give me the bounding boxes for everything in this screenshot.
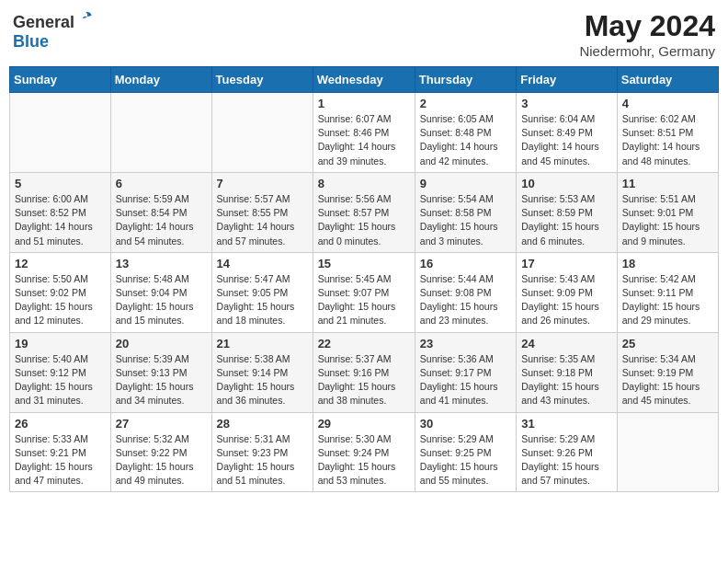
calendar-cell: 10Sunrise: 5:53 AMSunset: 8:59 PMDayligh… <box>517 172 618 252</box>
day-number: 18 <box>622 257 713 270</box>
day-number: 3 <box>521 97 612 110</box>
day-number: 10 <box>521 177 612 190</box>
day-number: 29 <box>318 417 410 431</box>
day-number: 23 <box>420 337 511 350</box>
day-number: 7 <box>217 177 308 190</box>
calendar-week-row: 19Sunrise: 5:40 AMSunset: 9:12 PMDayligh… <box>10 332 719 412</box>
day-content: Sunrise: 5:40 AMSunset: 9:12 PMDaylight:… <box>15 352 106 408</box>
calendar-cell <box>617 412 718 492</box>
day-number: 12 <box>15 257 106 270</box>
day-of-week-header: Sunday <box>10 67 111 93</box>
calendar-cell: 27Sunrise: 5:32 AMSunset: 9:22 PMDayligh… <box>110 412 211 492</box>
day-number: 31 <box>521 417 612 431</box>
day-content: Sunrise: 5:29 AMSunset: 9:26 PMDaylight:… <box>521 432 612 488</box>
day-number: 28 <box>217 417 308 431</box>
day-content: Sunrise: 6:07 AMSunset: 8:46 PMDaylight:… <box>318 112 410 168</box>
day-number: 4 <box>622 97 713 110</box>
day-number: 24 <box>521 337 612 350</box>
calendar-cell: 8Sunrise: 5:56 AMSunset: 8:57 PMDaylight… <box>313 172 415 252</box>
calendar-cell: 5Sunrise: 6:00 AMSunset: 8:52 PMDaylight… <box>10 172 111 252</box>
day-number: 15 <box>318 257 410 270</box>
day-number: 8 <box>318 177 410 190</box>
day-content: Sunrise: 5:53 AMSunset: 8:59 PMDaylight:… <box>521 192 612 248</box>
calendar-cell: 31Sunrise: 5:29 AMSunset: 9:26 PMDayligh… <box>517 412 618 492</box>
calendar-cell: 30Sunrise: 5:29 AMSunset: 9:25 PMDayligh… <box>415 412 516 492</box>
calendar-cell: 16Sunrise: 5:44 AMSunset: 9:08 PMDayligh… <box>415 252 516 332</box>
calendar-cell: 2Sunrise: 6:05 AMSunset: 8:48 PMDaylight… <box>415 93 516 173</box>
day-content: Sunrise: 5:57 AMSunset: 8:55 PMDaylight:… <box>217 192 308 248</box>
day-number: 16 <box>420 257 511 270</box>
day-content: Sunrise: 5:43 AMSunset: 9:09 PMDaylight:… <box>521 272 612 328</box>
calendar-cell: 17Sunrise: 5:43 AMSunset: 9:09 PMDayligh… <box>517 252 618 332</box>
day-of-week-header: Friday <box>517 67 618 93</box>
day-number: 6 <box>116 177 207 190</box>
day-content: Sunrise: 6:04 AMSunset: 8:49 PMDaylight:… <box>521 112 612 168</box>
calendar-cell: 23Sunrise: 5:36 AMSunset: 9:17 PMDayligh… <box>415 332 516 412</box>
day-content: Sunrise: 5:31 AMSunset: 9:23 PMDaylight:… <box>217 432 308 488</box>
day-number: 2 <box>420 97 511 110</box>
day-number: 20 <box>116 337 207 350</box>
day-number: 1 <box>318 97 410 110</box>
calendar-cell: 25Sunrise: 5:34 AMSunset: 9:19 PMDayligh… <box>617 332 718 412</box>
calendar-header-row: SundayMondayTuesdayWednesdayThursdayFrid… <box>10 67 719 93</box>
day-content: Sunrise: 5:54 AMSunset: 8:58 PMDaylight:… <box>420 192 511 248</box>
day-content: Sunrise: 5:56 AMSunset: 8:57 PMDaylight:… <box>318 192 410 248</box>
day-number: 21 <box>217 337 308 350</box>
calendar-cell: 11Sunrise: 5:51 AMSunset: 9:01 PMDayligh… <box>617 172 718 252</box>
day-content: Sunrise: 5:33 AMSunset: 9:21 PMDaylight:… <box>15 432 106 488</box>
day-content: Sunrise: 5:48 AMSunset: 9:04 PMDaylight:… <box>116 272 207 328</box>
day-content: Sunrise: 5:37 AMSunset: 9:16 PMDaylight:… <box>318 352 410 408</box>
day-number: 9 <box>420 177 511 190</box>
day-number: 25 <box>622 337 713 350</box>
calendar-cell <box>110 93 211 173</box>
calendar-cell: 20Sunrise: 5:39 AMSunset: 9:13 PMDayligh… <box>110 332 211 412</box>
day-number: 11 <box>622 177 713 190</box>
day-of-week-header: Monday <box>110 67 211 93</box>
day-content: Sunrise: 5:51 AMSunset: 9:01 PMDaylight:… <box>622 192 713 248</box>
calendar-cell: 29Sunrise: 5:30 AMSunset: 9:24 PMDayligh… <box>313 412 415 492</box>
page-header: General Blue May 2024 Niedermohr, German… <box>9 9 719 59</box>
day-content: Sunrise: 5:38 AMSunset: 9:14 PMDaylight:… <box>217 352 308 408</box>
calendar-cell: 3Sunrise: 6:04 AMSunset: 8:49 PMDaylight… <box>517 93 618 173</box>
logo-blue-text: Blue <box>13 32 49 52</box>
day-content: Sunrise: 5:39 AMSunset: 9:13 PMDaylight:… <box>116 352 207 408</box>
day-content: Sunrise: 6:02 AMSunset: 8:51 PMDaylight:… <box>622 112 713 168</box>
day-number: 30 <box>420 417 511 431</box>
calendar-week-row: 1Sunrise: 6:07 AMSunset: 8:46 PMDaylight… <box>10 93 719 173</box>
calendar-cell: 26Sunrise: 5:33 AMSunset: 9:21 PMDayligh… <box>10 412 111 492</box>
calendar-cell: 24Sunrise: 5:35 AMSunset: 9:18 PMDayligh… <box>517 332 618 412</box>
day-content: Sunrise: 5:59 AMSunset: 8:54 PMDaylight:… <box>116 192 207 248</box>
day-content: Sunrise: 6:00 AMSunset: 8:52 PMDaylight:… <box>15 192 106 248</box>
day-number: 19 <box>15 337 106 350</box>
calendar-week-row: 5Sunrise: 6:00 AMSunset: 8:52 PMDaylight… <box>10 172 719 252</box>
calendar-cell: 12Sunrise: 5:50 AMSunset: 9:02 PMDayligh… <box>10 252 111 332</box>
title-block: May 2024 Niedermohr, Germany <box>579 9 715 59</box>
day-content: Sunrise: 5:45 AMSunset: 9:07 PMDaylight:… <box>318 272 410 328</box>
day-number: 13 <box>116 257 207 270</box>
day-number: 26 <box>15 417 106 431</box>
day-of-week-header: Wednesday <box>313 67 415 93</box>
calendar-cell: 18Sunrise: 5:42 AMSunset: 9:11 PMDayligh… <box>617 252 718 332</box>
day-of-week-header: Thursday <box>415 67 516 93</box>
calendar-cell <box>10 93 111 173</box>
calendar-cell: 13Sunrise: 5:48 AMSunset: 9:04 PMDayligh… <box>110 252 211 332</box>
day-content: Sunrise: 5:44 AMSunset: 9:08 PMDaylight:… <box>420 272 511 328</box>
logo-bird-icon <box>76 9 95 28</box>
calendar-week-row: 26Sunrise: 5:33 AMSunset: 9:21 PMDayligh… <box>10 412 719 492</box>
day-content: Sunrise: 5:42 AMSunset: 9:11 PMDaylight:… <box>622 272 713 328</box>
month-title: May 2024 <box>579 9 715 43</box>
day-number: 14 <box>217 257 308 270</box>
calendar-cell: 19Sunrise: 5:40 AMSunset: 9:12 PMDayligh… <box>10 332 111 412</box>
day-number: 5 <box>15 177 106 190</box>
calendar-cell: 4Sunrise: 6:02 AMSunset: 8:51 PMDaylight… <box>617 93 718 173</box>
day-content: Sunrise: 5:34 AMSunset: 9:19 PMDaylight:… <box>622 352 713 408</box>
calendar-cell: 22Sunrise: 5:37 AMSunset: 9:16 PMDayligh… <box>313 332 415 412</box>
calendar-cell: 9Sunrise: 5:54 AMSunset: 8:58 PMDaylight… <box>415 172 516 252</box>
day-content: Sunrise: 5:35 AMSunset: 9:18 PMDaylight:… <box>521 352 612 408</box>
calendar-cell: 14Sunrise: 5:47 AMSunset: 9:05 PMDayligh… <box>211 252 313 332</box>
logo-general-text: General <box>13 13 74 32</box>
day-of-week-header: Tuesday <box>211 67 313 93</box>
day-number: 27 <box>116 417 207 431</box>
calendar-table: SundayMondayTuesdayWednesdayThursdayFrid… <box>9 66 719 492</box>
calendar-cell: 21Sunrise: 5:38 AMSunset: 9:14 PMDayligh… <box>211 332 313 412</box>
